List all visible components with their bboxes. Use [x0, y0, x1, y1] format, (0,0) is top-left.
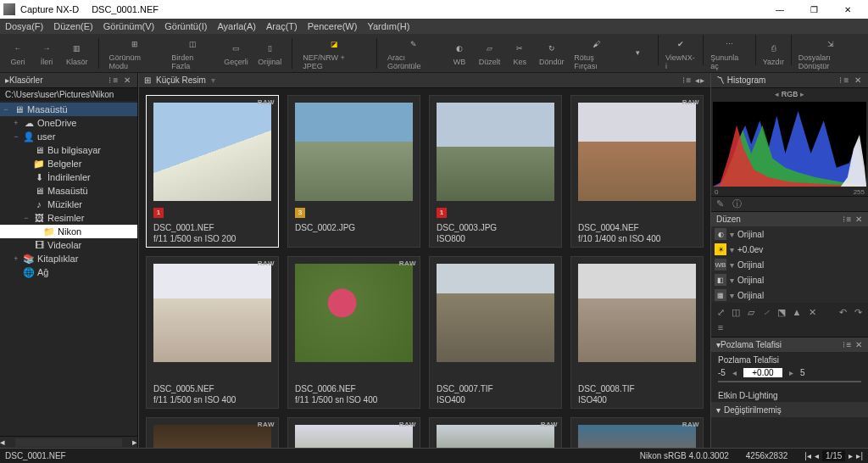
minimize-button[interactable]: ― [763, 0, 797, 19]
tree-row[interactable]: +📚Kitaplıklar [0, 252, 137, 265]
thumbnail[interactable]: RAW [146, 417, 279, 448]
thumbnail[interactable]: RAWDSC_0005.NEFf/11 1/500 sn ISO 400 [146, 256, 279, 409]
page-navigator[interactable]: |◂◂ 1/15 ▸▸| [804, 450, 863, 461]
tree-row[interactable]: ⬇İndirilenler [0, 170, 137, 184]
tree-row[interactable]: ♪Müzikler [0, 198, 137, 211]
toolbar-button[interactable]: ▯Orijinal [253, 39, 287, 68]
close-button[interactable]: ✕ [831, 0, 865, 19]
dlighting-dropdown[interactable]: ▾Değiştirilmemiş [711, 402, 868, 417]
thumbnail[interactable]: 1DSC_0003.JPGISO800 [429, 95, 562, 248]
folder-pane-header: ▸ Klasörler⁝≡ ✕ [0, 73, 137, 88]
folder-tree[interactable]: −🖥Masaüstü+☁OneDrive−👤user🖥Bu bilgisayar… [0, 101, 137, 436]
edit-tab-icon[interactable]: ✎ [711, 197, 728, 211]
thumbnail[interactable]: RAW [287, 417, 420, 448]
adjust-tool-icon[interactable] [820, 304, 835, 320]
tree-row[interactable]: −🖼Resimler [0, 211, 137, 225]
menu-item[interactable]: Pencere(W) [308, 21, 358, 31]
adjust-tool-icon[interactable]: ↶ [835, 304, 850, 320]
pane-controls[interactable]: ⁝≡ ✕ [108, 75, 132, 85]
tree-row[interactable]: 🖥Bu bilgisayar [0, 143, 137, 157]
status-bar: DSC_0001.NEF Nikon sRGB 4.0.0.3002 4256x… [0, 448, 868, 463]
status-dimensions: 4256x2832 [746, 451, 788, 460]
tree-row[interactable]: +☁OneDrive [0, 116, 137, 130]
adjust-tool-icon[interactable]: ◫ [728, 304, 743, 320]
thumbnail-header: ⊞ Küçük Resim ▾ ⁝≡ ◂▸ [139, 73, 710, 88]
exposure-value[interactable]: +0.00 [743, 368, 782, 377]
tree-row[interactable]: −🖥Masaüstü [0, 103, 137, 116]
folder-scrollbar[interactable]: ◂▸ [0, 436, 137, 448]
tree-row[interactable]: −👤user [0, 130, 137, 143]
adjust-tool-row: ⤢◫▱⟋⬔▲✕↶↷≡ [711, 303, 868, 337]
thumb-pane-controls[interactable]: ⁝≡ ◂▸ [682, 75, 705, 85]
menubar: Dosya(F)Düzen(E)Görünüm(V)Görüntü(I)Ayar… [0, 19, 868, 34]
status-filename: DSC_0001.NEF [5, 451, 66, 460]
current-path[interactable]: C:\Users\user\Pictures\Nikon [0, 88, 137, 101]
thumbnail[interactable]: RAWDSC_0006.NEFf/11 1/500 sn ISO 400 [287, 256, 420, 409]
toolbar-button[interactable]: ←Geri [3, 39, 32, 68]
title-filename: DSC_0001.NEF [92, 4, 159, 14]
menu-item[interactable]: Araç(T) [266, 21, 298, 31]
format-button[interactable]: ◪NEF/NRW + JPEG [298, 35, 371, 72]
histogram-mode[interactable]: RGB [782, 90, 798, 98]
titlebar: Capture NX-D DSC_0001.NEF ― ❐ ✕ [0, 0, 868, 19]
thumbnail[interactable]: RAWDSC_0004.NEFf/10 1/400 sn ISO 400 [570, 95, 704, 248]
toolbar-button[interactable]: →İleri [32, 39, 61, 68]
info-tab-icon[interactable]: ⓘ [728, 197, 745, 211]
adjust-tool-icon[interactable]: ✕ [804, 304, 820, 320]
tree-row[interactable]: 📁Nikon [0, 225, 137, 238]
menu-item[interactable]: Görüntü(I) [164, 21, 207, 31]
adjust-tool-icon[interactable]: ↷ [850, 304, 865, 320]
adjust-tool-icon[interactable]: ⤢ [713, 304, 728, 320]
toolbar-button[interactable]: ▱Düzelt [474, 39, 505, 68]
thumbnail[interactable]: RAW [429, 417, 562, 448]
menu-item[interactable]: Dosya(F) [5, 21, 43, 31]
toolbar-button[interactable]: ⎙Yazdır [758, 35, 789, 72]
thumbnail[interactable]: RAW1DSC_0001.NEFf/11 1/500 sn ISO 200 [146, 95, 279, 248]
histogram-icon: 〽 [716, 75, 725, 85]
thumb-grid-icon[interactable]: ⊞ [144, 75, 151, 85]
adjust-tool-icon[interactable]: ≡ [713, 320, 728, 335]
adjust-row[interactable]: WB▾Orijinal [711, 257, 868, 272]
toolbar-button[interactable]: ◐WB [445, 39, 474, 68]
toolbar-button[interactable]: ⇲Dosyaları Dönüştür [793, 35, 868, 72]
thumbnail[interactable]: DSC_0008.TIFISO400 [570, 256, 704, 409]
maximize-button[interactable]: ❐ [797, 0, 831, 19]
toolbar-button[interactable]: ✂Kes [505, 39, 534, 68]
exposure-slider[interactable]: -5 ◂ +0.00 ▸ 5 [718, 368, 861, 377]
thumbnail[interactable]: 3DSC_0002.JPG [287, 95, 420, 248]
toolbar-button[interactable]: ✎Aracı Görüntüle [382, 35, 445, 72]
dlighting-title: Etkin D-Lighting [711, 389, 868, 402]
menu-item[interactable]: Yardım(H) [367, 21, 409, 31]
tree-row[interactable]: 🎞Videolar [0, 238, 137, 252]
thumbnail[interactable]: RAW [570, 417, 704, 448]
toolbar-button[interactable]: ✔ViewNX-i [660, 35, 701, 72]
tree-row[interactable]: 📁Belgeler [0, 157, 137, 170]
toolbar-button[interactable]: ▥Klasör [61, 39, 93, 68]
menu-item[interactable]: Ayarla(A) [217, 21, 256, 31]
adjust-row[interactable]: ◧▾Orijinal [711, 272, 868, 287]
tree-row[interactable]: 🌐Ağ [0, 265, 137, 279]
toolbar-button[interactable]: ⋯Şununla aç [705, 35, 754, 72]
exposure-section-title: Pozlama Telafisi [721, 340, 782, 349]
adjust-tool-icon[interactable]: ⟋ [759, 304, 774, 320]
toolbar-button[interactable]: ◫Birden Fazla [166, 35, 219, 72]
adjust-tool-icon[interactable]: ▲ [789, 304, 804, 320]
adjust-tool-icon[interactable]: ⬔ [774, 304, 789, 320]
adjust-row[interactable]: ◐▾Orijinal [711, 226, 868, 242]
menu-item[interactable]: Görünüm(V) [103, 21, 155, 31]
toolbar-button[interactable]: 🖌Rötuş Fırçası [569, 35, 624, 72]
adjust-tool-icon[interactable]: ▱ [743, 304, 759, 320]
menu-item[interactable]: Düzen(E) [53, 21, 92, 31]
page-indicator: 1/15 [822, 450, 845, 461]
toolbar-button[interactable]: ⊞Görünüm Modu [104, 35, 167, 72]
toolbar-button[interactable]: ▾ [624, 43, 653, 64]
thumbnail-grid[interactable]: RAW1DSC_0001.NEFf/11 1/500 sn ISO 2003DS… [139, 88, 710, 448]
histogram-controls[interactable]: ⁝≡ ✕ [839, 75, 863, 85]
exposure-label: Pozlama Telafisi [718, 355, 861, 365]
tree-row[interactable]: 🖥Masaüstü [0, 184, 137, 198]
adjust-row[interactable]: ☀▾+0.0ev [711, 242, 868, 257]
thumbnail[interactable]: DSC_0007.TIFISO400 [429, 256, 562, 409]
toolbar-button[interactable]: ↻Döndür [534, 39, 569, 68]
toolbar-button[interactable]: ▭Geçerli [219, 39, 253, 68]
adjust-row[interactable]: ▦▾Orijinal [711, 287, 868, 303]
